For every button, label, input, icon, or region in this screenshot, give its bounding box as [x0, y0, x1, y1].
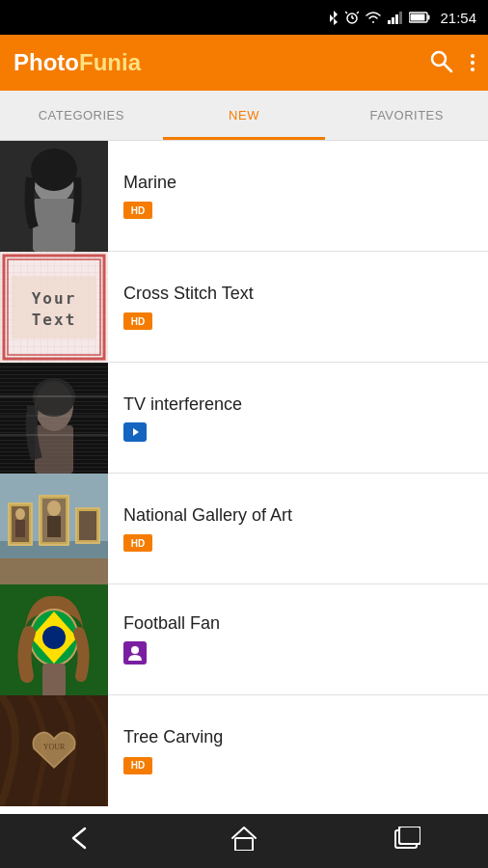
svg-point-54 — [42, 626, 66, 649]
svg-text:Text: Text — [32, 311, 77, 329]
svg-point-45 — [47, 501, 61, 516]
svg-rect-9 — [411, 14, 425, 21]
svg-rect-36 — [0, 558, 108, 584]
svg-rect-5 — [395, 14, 398, 24]
svg-rect-4 — [392, 17, 394, 24]
tv-badge — [123, 422, 147, 442]
svg-text:Your: Your — [32, 289, 77, 308]
marine-badge: HD — [123, 202, 152, 219]
svg-rect-55 — [42, 664, 66, 695]
battery-icon — [409, 12, 430, 23]
svg-rect-46 — [47, 516, 61, 537]
logo-funia: Funia — [79, 49, 141, 75]
tree-badge: HD — [123, 757, 152, 774]
tab-categories[interactable]: CATEGORIES — [0, 91, 163, 140]
logo-photo: Photo — [14, 49, 79, 75]
list-item[interactable]: TV interference — [0, 363, 488, 474]
svg-rect-60 — [235, 838, 253, 851]
svg-point-57 — [131, 646, 139, 654]
tree-title: Tree Carving — [123, 727, 473, 747]
crossstitch-thumbnail: Your Text — [0, 252, 108, 363]
home-button[interactable] — [215, 818, 273, 864]
signal-icon — [388, 11, 403, 24]
svg-rect-8 — [428, 15, 430, 20]
list-item[interactable]: Your Text Cross Stitch Text HD — [0, 252, 488, 363]
logo: PhotoFunia — [14, 49, 428, 76]
football-badge — [123, 641, 147, 665]
marine-title: Marine — [123, 173, 473, 193]
svg-rect-14 — [33, 199, 75, 252]
bluetooth-icon — [328, 10, 339, 25]
crossstitch-title: Cross Stitch Text — [123, 284, 473, 304]
tree-content: Tree Carving HD — [108, 716, 488, 786]
gallery-badge: HD — [123, 534, 152, 552]
marine-content: Marine HD — [108, 161, 488, 231]
football-thumbnail — [0, 584, 108, 695]
list-item[interactable]: Marine HD — [0, 141, 488, 252]
status-time: 21:54 — [440, 10, 476, 26]
svg-rect-3 — [388, 20, 391, 24]
svg-point-40 — [15, 508, 25, 520]
gallery-title: National Gallery of Art — [123, 505, 473, 526]
list-item[interactable]: YOUR Tree Carving HD — [0, 695, 488, 806]
bottom-nav — [0, 814, 488, 868]
tree-thumbnail: YOUR — [0, 695, 108, 806]
tab-favorites[interactable]: FAVORITES — [325, 91, 488, 140]
svg-rect-27 — [35, 425, 73, 474]
tv-content: TV interference — [108, 383, 488, 453]
list-item[interactable]: National Gallery of Art HD — [0, 474, 488, 584]
list-item[interactable]: Football Fan — [0, 584, 488, 695]
svg-rect-49 — [79, 511, 96, 540]
football-title: Football Fan — [123, 613, 473, 634]
svg-rect-41 — [15, 520, 25, 537]
recents-button[interactable] — [378, 819, 436, 863]
search-icon[interactable] — [428, 48, 453, 77]
svg-rect-6 — [399, 12, 402, 24]
more-options-icon[interactable] — [471, 54, 474, 71]
svg-line-11 — [445, 65, 452, 72]
effects-list: Marine HD Your Text — [0, 141, 488, 814]
tv-thumbnail — [0, 363, 108, 474]
svg-point-15 — [31, 149, 77, 191]
tv-title: TV interference — [123, 394, 473, 415]
football-content: Football Fan — [108, 602, 488, 677]
gallery-thumbnail — [0, 474, 108, 584]
status-icons: 21:54 — [328, 10, 476, 26]
wifi-icon — [365, 11, 382, 24]
marine-thumbnail — [0, 141, 108, 252]
tabs-bar: CATEGORIES NEW FAVORITES — [0, 91, 488, 141]
svg-text:YOUR: YOUR — [43, 743, 66, 751]
svg-rect-62 — [399, 827, 420, 844]
status-bar: 21:54 — [0, 0, 488, 35]
alarm-icon — [345, 11, 359, 24]
gallery-content: National Gallery of Art HD — [108, 494, 488, 564]
toolbar: PhotoFunia — [0, 35, 488, 91]
tab-new[interactable]: NEW — [163, 91, 326, 140]
back-button[interactable] — [52, 819, 110, 863]
toolbar-icons — [428, 48, 474, 77]
crossstitch-content: Cross Stitch Text HD — [108, 272, 488, 342]
crossstitch-badge: HD — [123, 312, 152, 330]
